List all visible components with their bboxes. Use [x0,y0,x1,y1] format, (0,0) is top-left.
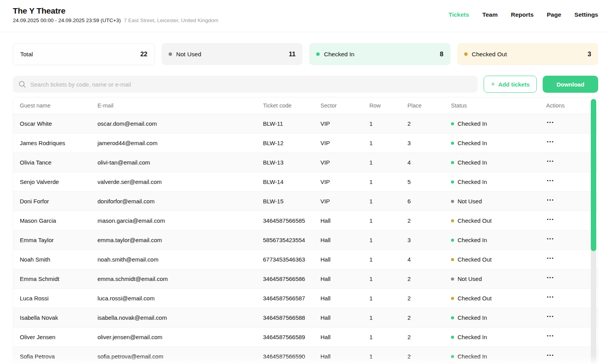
nav-tab-team[interactable]: Team [482,11,498,18]
stat-card-total: Total 22 [13,43,155,65]
status-label: Checked In [458,159,487,166]
guest-name-cell: Oscar White [13,120,97,127]
row-actions-button[interactable]: ••• [546,196,555,207]
ticket-code-cell: 3464587566590 [263,353,320,360]
row-actions-button[interactable]: ••• [546,312,555,323]
row-actions-button[interactable]: ••• [546,157,555,168]
ticket-code-cell: 5856735423554 [263,237,320,243]
search-input[interactable] [30,81,472,88]
status-dot-icon [451,180,454,184]
actions-cell: ••• [546,351,598,362]
row-actions-button[interactable]: ••• [546,331,555,343]
status-dot-icon [451,239,454,242]
status-dot-icon [451,355,454,358]
table-row: Sofia Petrova sofia.petrova@email.com 34… [13,347,598,364]
row-cell: 1 [369,353,407,360]
ticket-code-cell: 3464587566586 [263,276,320,282]
ticket-code-cell: 3464587566589 [263,334,320,340]
email-cell: emma.schmidt@email.com [97,276,263,282]
row-cell: 1 [369,159,407,166]
status-dot-icon [451,258,454,261]
actions-cell: ••• [546,176,598,187]
actions-cell: ••• [546,273,598,284]
status-label: Not Used [458,276,482,282]
ticket-code-cell: 3464587566585 [263,217,320,224]
row-cell: 1 [369,256,407,263]
row-actions-button[interactable]: ••• [546,254,555,265]
row-cell: 1 [369,295,407,302]
search-box[interactable] [13,76,478,93]
main-nav: Tickets Team Reports Page Settings [449,6,598,18]
status-label: Checked In [458,179,487,185]
nav-tab-page[interactable]: Page [547,11,561,18]
place-cell: 2 [407,353,451,360]
sector-cell: Hall [320,295,369,302]
row-actions-button[interactable]: ••• [546,137,555,149]
table-row: Senjo Valverde valverde.ser@email.com BL… [13,172,598,192]
row-actions-button[interactable]: ••• [546,118,555,129]
sector-cell: Hall [320,256,369,263]
status-badge: Checked In [451,140,546,146]
row-actions-button[interactable]: ••• [546,176,555,187]
status-badge: Checked In [451,334,546,340]
status-dot-icon [451,336,454,339]
actions-cell: ••• [546,137,598,149]
table-row: Isabella Novak isabella.novak@email.com … [13,308,598,328]
stat-value: 11 [289,50,296,58]
event-date-range: 24.09.2025 00:00 - 24.09.2025 23:59 (UTC… [13,17,121,23]
nav-tab-settings[interactable]: Settings [574,11,598,18]
nav-tab-reports[interactable]: Reports [511,11,534,18]
place-cell: 6 [407,198,451,205]
column-header-email: E-mail [97,102,263,109]
nav-tab-tickets[interactable]: Tickets [449,11,469,18]
status-dot-icon [451,122,454,125]
stats-row: Total 22 Not Used 11 Checked In 8 Checke… [13,43,598,65]
guest-name-cell: Luca Rossi [13,295,97,302]
status-label: Checked Out [458,295,492,302]
ticket-code-cell: BLW-11 [263,120,320,127]
ticket-code-cell: BLW-13 [263,159,320,166]
add-tickets-button[interactable]: + Add tickets [484,76,537,93]
stat-card-checked-out: Checked Out 3 [457,43,599,65]
row-actions-button[interactable]: ••• [546,293,555,304]
table-row: Doni Forfor doniforfor@email.com BLW-15 … [13,192,598,211]
sector-cell: Hall [320,353,369,360]
sector-cell: Hall [320,237,369,243]
column-header-status: Status [451,102,546,109]
row-actions-button[interactable]: ••• [546,215,555,226]
email-cell: noah.smith@email.com [97,256,263,263]
sector-cell: VIP [320,198,369,205]
column-header-row: Row [369,102,407,109]
table-row: Noah Smith noah.smith@email.com 67734535… [13,250,598,269]
email-cell: doniforfor@email.com [97,198,263,205]
column-header-guest-name: Guest name [13,102,97,109]
status-badge: Checked In [451,353,546,360]
status-label: Checked In [458,120,487,127]
event-subtitle: 24.09.2025 00:00 - 24.09.2025 23:59 (UTC… [13,17,218,23]
place-cell: 2 [407,334,451,340]
stat-value: 3 [588,50,591,58]
page-title: The Y Theatre [13,6,218,16]
place-cell: 4 [407,159,451,166]
not-used-dot-icon [169,52,172,56]
status-dot-icon [451,161,454,164]
sector-cell: Hall [320,217,369,224]
guest-name-cell: Mason Garcia [13,217,97,224]
guest-name-cell: Emma Taylor [13,237,97,243]
email-cell: mason.garcia@email.com [97,217,263,224]
row-actions-button[interactable]: ••• [546,351,555,362]
row-cell: 1 [369,276,407,282]
row-actions-button[interactable]: ••• [546,273,555,284]
email-cell: oliver.jensen@email.com [97,334,263,340]
place-cell: 2 [407,217,451,224]
row-actions-button[interactable]: ••• [546,234,555,246]
status-label: Checked Out [458,256,492,263]
table-scrollbar-thumb[interactable] [591,99,596,251]
download-button[interactable]: Download [543,76,598,93]
status-dot-icon [451,142,454,145]
actions-cell: ••• [546,312,598,323]
email-cell: jamerod44@email.com [97,140,263,146]
stat-card-not-used: Not Used 11 [162,43,303,65]
place-cell: 2 [407,120,451,127]
table-scrollbar-track[interactable] [591,99,596,364]
